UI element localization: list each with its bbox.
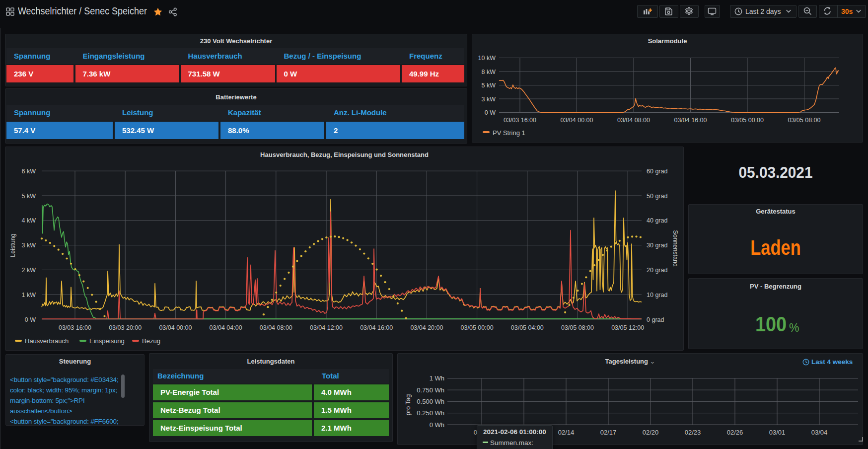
svg-text:03/03 20:00: 03/03 20:00 [109,324,142,331]
svg-text:03/05 08:00: 03/05 08:00 [561,324,594,331]
svg-text:0 W: 0 W [485,109,496,116]
svg-text:03/04 04:00: 03/04 04:00 [210,324,242,331]
svg-text:03/03 16:00: 03/03 16:00 [59,324,91,331]
svg-text:20 grad: 20 grad [647,267,667,274]
svg-text:3 kW: 3 kW [482,96,496,103]
svg-text:3 kW: 3 kW [22,242,36,249]
svg-text:03/04 08:00: 03/04 08:00 [260,324,292,331]
svg-text:03/04 12:00: 03/04 12:00 [310,324,343,331]
svg-text:10 kW: 10 kW [478,55,496,62]
svg-text:30 grad: 30 grad [647,242,667,249]
svg-text:03/04 16:00: 03/04 16:00 [674,117,707,124]
svg-text:40 grad: 40 grad [647,217,667,224]
svg-text:03/03 16:00: 03/03 16:00 [504,117,536,124]
svg-text:03/04 00:00: 03/04 00:00 [560,117,593,124]
svg-text:Hausverbrauch: Hausverbrauch [25,337,69,345]
svg-text:02/23: 02/23 [685,429,701,436]
svg-text:5 kW: 5 kW [22,193,36,200]
svg-text:03/04 00:00: 03/04 00:00 [159,324,192,331]
svg-text:Einspeisung: Einspeisung [89,337,125,345]
svg-text:PV String 1: PV String 1 [493,129,525,137]
svg-text:03/01: 03/01 [769,429,786,436]
svg-text:03/05 12:00: 03/05 12:00 [611,324,644,331]
svg-text:10 grad: 10 grad [647,292,667,299]
svg-text:03/05 00:00: 03/05 00:00 [461,324,494,331]
svg-text:6 kW: 6 kW [22,168,36,175]
svg-text:1 kW: 1 kW [22,292,36,299]
svg-text:Bezug: Bezug [142,337,160,345]
svg-text:60 grad: 60 grad [647,168,667,175]
svg-text:2 kW: 2 kW [22,267,36,274]
svg-text:0 Wh: 0 Wh [430,421,444,429]
svg-text:pro Tag: pro Tag [404,394,412,415]
svg-text:4 kW: 4 kW [22,217,36,224]
svg-text:02/17: 02/17 [600,429,617,436]
svg-text:0 grad: 0 grad [647,316,664,323]
svg-text:02/20: 02/20 [643,429,659,436]
svg-text:03/04 08:00: 03/04 08:00 [617,117,650,124]
svg-text:50 grad: 50 grad [647,193,667,200]
svg-text:02/14: 02/14 [558,429,575,436]
svg-text:03/05 00:00: 03/05 00:00 [731,117,764,124]
svg-text:0.750 Wh: 0.750 Wh [417,386,444,394]
svg-text:Leistung: Leistung [9,233,16,257]
svg-text:03/05 08:00: 03/05 08:00 [788,117,820,124]
svg-text:Sonnenstand: Sonnenstand [672,230,679,267]
svg-text:8 kW: 8 kW [482,69,496,75]
svg-text:03/04: 03/04 [811,429,828,436]
svg-text:0 W: 0 W [25,316,36,323]
svg-text:0.500 Wh: 0.500 Wh [417,398,444,405]
svg-text:1 Wh: 1 Wh [430,374,444,382]
svg-text:03/05 04:00: 03/05 04:00 [511,324,544,331]
svg-text:02/26: 02/26 [727,429,743,436]
svg-text:03/04 16:00: 03/04 16:00 [360,324,393,331]
svg-text:03/04 20:00: 03/04 20:00 [410,324,443,331]
svg-text:0.250 Wh: 0.250 Wh [417,409,444,417]
svg-text:5 kW: 5 kW [482,82,496,89]
